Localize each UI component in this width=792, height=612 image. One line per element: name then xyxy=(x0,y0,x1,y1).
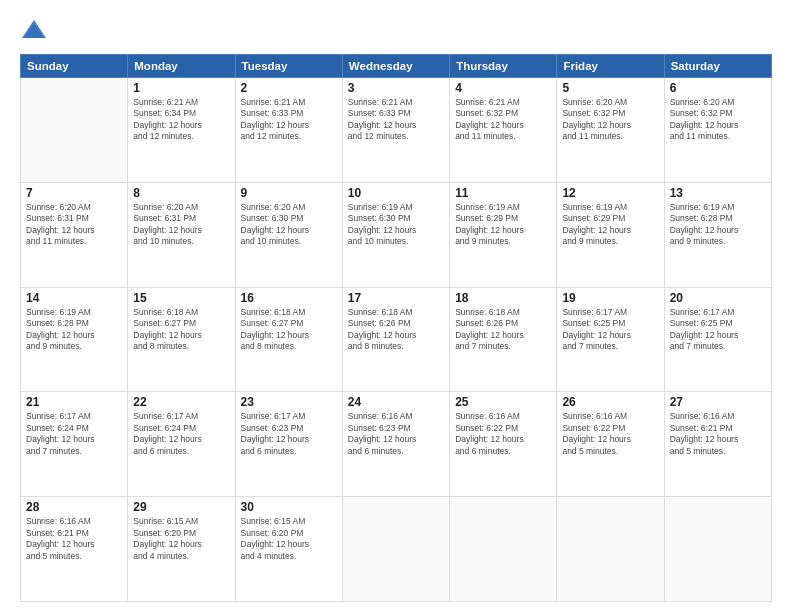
calendar-cell xyxy=(21,78,128,183)
day-number: 24 xyxy=(348,395,444,409)
calendar-cell: 6Sunrise: 6:20 AM Sunset: 6:32 PM Daylig… xyxy=(664,78,771,183)
weekday-header-saturday: Saturday xyxy=(664,55,771,78)
weekday-header-monday: Monday xyxy=(128,55,235,78)
calendar-cell: 15Sunrise: 6:18 AM Sunset: 6:27 PM Dayli… xyxy=(128,287,235,392)
calendar-cell: 25Sunrise: 6:16 AM Sunset: 6:22 PM Dayli… xyxy=(450,392,557,497)
weekday-header-tuesday: Tuesday xyxy=(235,55,342,78)
day-number: 27 xyxy=(670,395,766,409)
calendar-cell: 27Sunrise: 6:16 AM Sunset: 6:21 PM Dayli… xyxy=(664,392,771,497)
page: SundayMondayTuesdayWednesdayThursdayFrid… xyxy=(0,0,792,612)
day-info: Sunrise: 6:17 AM Sunset: 6:24 PM Dayligh… xyxy=(26,411,122,457)
day-info: Sunrise: 6:20 AM Sunset: 6:32 PM Dayligh… xyxy=(670,97,766,143)
day-info: Sunrise: 6:19 AM Sunset: 6:28 PM Dayligh… xyxy=(26,307,122,353)
day-number: 3 xyxy=(348,81,444,95)
calendar-cell: 18Sunrise: 6:18 AM Sunset: 6:26 PM Dayli… xyxy=(450,287,557,392)
day-number: 25 xyxy=(455,395,551,409)
day-info: Sunrise: 6:19 AM Sunset: 6:30 PM Dayligh… xyxy=(348,202,444,248)
calendar-cell: 30Sunrise: 6:15 AM Sunset: 6:20 PM Dayli… xyxy=(235,497,342,602)
day-number: 7 xyxy=(26,186,122,200)
calendar-week-row: 1Sunrise: 6:21 AM Sunset: 6:34 PM Daylig… xyxy=(21,78,772,183)
day-info: Sunrise: 6:21 AM Sunset: 6:34 PM Dayligh… xyxy=(133,97,229,143)
day-info: Sunrise: 6:17 AM Sunset: 6:24 PM Dayligh… xyxy=(133,411,229,457)
calendar-cell: 22Sunrise: 6:17 AM Sunset: 6:24 PM Dayli… xyxy=(128,392,235,497)
calendar-cell: 7Sunrise: 6:20 AM Sunset: 6:31 PM Daylig… xyxy=(21,182,128,287)
calendar-cell xyxy=(664,497,771,602)
calendar-cell: 9Sunrise: 6:20 AM Sunset: 6:30 PM Daylig… xyxy=(235,182,342,287)
calendar-cell xyxy=(342,497,449,602)
calendar-week-row: 7Sunrise: 6:20 AM Sunset: 6:31 PM Daylig… xyxy=(21,182,772,287)
day-number: 2 xyxy=(241,81,337,95)
day-info: Sunrise: 6:16 AM Sunset: 6:23 PM Dayligh… xyxy=(348,411,444,457)
day-number: 18 xyxy=(455,291,551,305)
day-number: 21 xyxy=(26,395,122,409)
day-info: Sunrise: 6:19 AM Sunset: 6:29 PM Dayligh… xyxy=(455,202,551,248)
calendar-week-row: 21Sunrise: 6:17 AM Sunset: 6:24 PM Dayli… xyxy=(21,392,772,497)
day-info: Sunrise: 6:17 AM Sunset: 6:25 PM Dayligh… xyxy=(670,307,766,353)
calendar-cell: 10Sunrise: 6:19 AM Sunset: 6:30 PM Dayli… xyxy=(342,182,449,287)
day-info: Sunrise: 6:21 AM Sunset: 6:32 PM Dayligh… xyxy=(455,97,551,143)
day-info: Sunrise: 6:18 AM Sunset: 6:27 PM Dayligh… xyxy=(241,307,337,353)
day-number: 30 xyxy=(241,500,337,514)
logo-icon xyxy=(20,18,48,46)
day-number: 6 xyxy=(670,81,766,95)
calendar-cell: 3Sunrise: 6:21 AM Sunset: 6:33 PM Daylig… xyxy=(342,78,449,183)
calendar-cell: 2Sunrise: 6:21 AM Sunset: 6:33 PM Daylig… xyxy=(235,78,342,183)
day-info: Sunrise: 6:20 AM Sunset: 6:32 PM Dayligh… xyxy=(562,97,658,143)
day-number: 15 xyxy=(133,291,229,305)
day-info: Sunrise: 6:15 AM Sunset: 6:20 PM Dayligh… xyxy=(241,516,337,562)
day-number: 4 xyxy=(455,81,551,95)
calendar-cell: 14Sunrise: 6:19 AM Sunset: 6:28 PM Dayli… xyxy=(21,287,128,392)
day-number: 22 xyxy=(133,395,229,409)
day-number: 20 xyxy=(670,291,766,305)
calendar-cell xyxy=(557,497,664,602)
day-number: 28 xyxy=(26,500,122,514)
day-number: 13 xyxy=(670,186,766,200)
day-info: Sunrise: 6:21 AM Sunset: 6:33 PM Dayligh… xyxy=(241,97,337,143)
calendar-cell: 21Sunrise: 6:17 AM Sunset: 6:24 PM Dayli… xyxy=(21,392,128,497)
calendar-cell: 29Sunrise: 6:15 AM Sunset: 6:20 PM Dayli… xyxy=(128,497,235,602)
calendar-cell: 13Sunrise: 6:19 AM Sunset: 6:28 PM Dayli… xyxy=(664,182,771,287)
calendar-week-row: 14Sunrise: 6:19 AM Sunset: 6:28 PM Dayli… xyxy=(21,287,772,392)
calendar-cell: 19Sunrise: 6:17 AM Sunset: 6:25 PM Dayli… xyxy=(557,287,664,392)
day-number: 11 xyxy=(455,186,551,200)
logo xyxy=(20,18,52,46)
calendar-cell xyxy=(450,497,557,602)
weekday-header-friday: Friday xyxy=(557,55,664,78)
day-info: Sunrise: 6:16 AM Sunset: 6:22 PM Dayligh… xyxy=(455,411,551,457)
day-number: 1 xyxy=(133,81,229,95)
calendar-cell: 8Sunrise: 6:20 AM Sunset: 6:31 PM Daylig… xyxy=(128,182,235,287)
day-number: 26 xyxy=(562,395,658,409)
day-info: Sunrise: 6:17 AM Sunset: 6:25 PM Dayligh… xyxy=(562,307,658,353)
day-number: 29 xyxy=(133,500,229,514)
day-number: 12 xyxy=(562,186,658,200)
calendar-cell: 28Sunrise: 6:16 AM Sunset: 6:21 PM Dayli… xyxy=(21,497,128,602)
day-number: 10 xyxy=(348,186,444,200)
calendar-cell: 5Sunrise: 6:20 AM Sunset: 6:32 PM Daylig… xyxy=(557,78,664,183)
day-info: Sunrise: 6:17 AM Sunset: 6:23 PM Dayligh… xyxy=(241,411,337,457)
day-info: Sunrise: 6:20 AM Sunset: 6:30 PM Dayligh… xyxy=(241,202,337,248)
calendar-body: 1Sunrise: 6:21 AM Sunset: 6:34 PM Daylig… xyxy=(21,78,772,602)
day-info: Sunrise: 6:16 AM Sunset: 6:21 PM Dayligh… xyxy=(26,516,122,562)
day-info: Sunrise: 6:19 AM Sunset: 6:28 PM Dayligh… xyxy=(670,202,766,248)
day-info: Sunrise: 6:21 AM Sunset: 6:33 PM Dayligh… xyxy=(348,97,444,143)
calendar-cell: 24Sunrise: 6:16 AM Sunset: 6:23 PM Dayli… xyxy=(342,392,449,497)
day-number: 14 xyxy=(26,291,122,305)
weekday-header-wednesday: Wednesday xyxy=(342,55,449,78)
day-info: Sunrise: 6:16 AM Sunset: 6:22 PM Dayligh… xyxy=(562,411,658,457)
day-info: Sunrise: 6:18 AM Sunset: 6:26 PM Dayligh… xyxy=(348,307,444,353)
calendar-cell: 17Sunrise: 6:18 AM Sunset: 6:26 PM Dayli… xyxy=(342,287,449,392)
day-number: 9 xyxy=(241,186,337,200)
calendar-table: SundayMondayTuesdayWednesdayThursdayFrid… xyxy=(20,54,772,602)
day-info: Sunrise: 6:20 AM Sunset: 6:31 PM Dayligh… xyxy=(26,202,122,248)
day-number: 19 xyxy=(562,291,658,305)
calendar-header: SundayMondayTuesdayWednesdayThursdayFrid… xyxy=(21,55,772,78)
weekday-header-sunday: Sunday xyxy=(21,55,128,78)
calendar-cell: 16Sunrise: 6:18 AM Sunset: 6:27 PM Dayli… xyxy=(235,287,342,392)
day-number: 17 xyxy=(348,291,444,305)
calendar-week-row: 28Sunrise: 6:16 AM Sunset: 6:21 PM Dayli… xyxy=(21,497,772,602)
calendar-cell: 20Sunrise: 6:17 AM Sunset: 6:25 PM Dayli… xyxy=(664,287,771,392)
calendar-cell: 11Sunrise: 6:19 AM Sunset: 6:29 PM Dayli… xyxy=(450,182,557,287)
day-info: Sunrise: 6:19 AM Sunset: 6:29 PM Dayligh… xyxy=(562,202,658,248)
day-number: 5 xyxy=(562,81,658,95)
calendar-cell: 26Sunrise: 6:16 AM Sunset: 6:22 PM Dayli… xyxy=(557,392,664,497)
